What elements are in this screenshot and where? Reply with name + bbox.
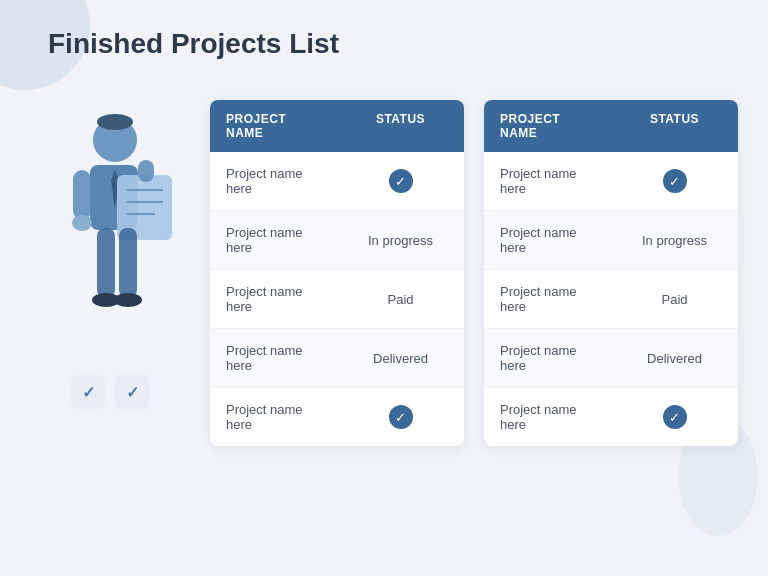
illustration: ✓ ✓ [30,110,190,409]
status-text: Paid [387,292,413,307]
table-row: Project name here In progress [210,211,464,270]
status-check-icon: ✓ [663,169,687,193]
status-cell: ✓ [611,165,738,197]
project-name-cell: Project name here [210,221,337,259]
status-text: Delivered [373,351,428,366]
project-name-cell: Project name here [484,280,611,318]
project-name-cell: Project name here [484,398,611,436]
status-cell: In progress [337,229,464,252]
svg-rect-12 [119,228,137,298]
table-row: Project name here Delivered [484,329,738,388]
svg-point-1 [97,114,133,130]
page-title: Finished Projects List [48,28,339,60]
tables-area: PROJECT NAME STATUS Project name here ✓ … [210,100,738,446]
svg-rect-10 [138,160,154,182]
status-cell: ✓ [611,401,738,433]
left-col-project-name: PROJECT NAME [210,100,337,152]
svg-point-5 [72,215,92,231]
left-table-header: PROJECT NAME STATUS [210,100,464,152]
status-cell: ✓ [337,165,464,197]
status-text: In progress [368,233,433,248]
right-col-status: STATUS [611,100,738,152]
left-col-status: STATUS [337,100,464,152]
left-table-body: Project name here ✓ Project name here In… [210,152,464,446]
status-cell: Delivered [337,347,464,370]
right-table: PROJECT NAME STATUS Project name here ✓ … [484,100,738,446]
status-cell: Paid [337,288,464,311]
table-row: Project name here Delivered [210,329,464,388]
table-row: Project name here ✓ [484,388,738,446]
table-row: Project name here ✓ [210,152,464,211]
status-cell: In progress [611,229,738,252]
status-text: Delivered [647,351,702,366]
project-name-cell: Project name here [210,398,337,436]
project-name-cell: Project name here [484,221,611,259]
svg-point-14 [114,293,142,307]
table-row: Project name here Paid [210,270,464,329]
content-area: ✓ ✓ PROJECT NAME STATUS Project name her… [0,100,768,576]
right-table-header: PROJECT NAME STATUS [484,100,738,152]
right-table-body: Project name here ✓ Project name here In… [484,152,738,446]
table-row: Project name here ✓ [484,152,738,211]
project-name-cell: Project name here [210,280,337,318]
table-row: Project name here In progress [484,211,738,270]
status-cell: ✓ [337,401,464,433]
status-text: Paid [661,292,687,307]
table-row: Project name here ✓ [210,388,464,446]
status-text: In progress [642,233,707,248]
status-check-icon: ✓ [663,405,687,429]
right-col-project-name: PROJECT NAME [484,100,611,152]
left-table: PROJECT NAME STATUS Project name here ✓ … [210,100,464,446]
status-cell: Paid [611,288,738,311]
svg-rect-11 [97,228,115,298]
check-icon-2: ✓ [126,383,139,402]
check-box-2: ✓ [115,375,149,409]
project-name-cell: Project name here [210,339,337,377]
status-check-icon: ✓ [389,169,413,193]
project-name-cell: Project name here [484,339,611,377]
project-name-cell: Project name here [210,162,337,200]
status-cell: Delivered [611,347,738,370]
bottom-checkmarks: ✓ ✓ [71,375,149,409]
check-box-1: ✓ [71,375,105,409]
person-illustration [45,110,175,370]
table-row: Project name here Paid [484,270,738,329]
svg-rect-4 [73,170,91,220]
status-check-icon: ✓ [389,405,413,429]
check-icon-1: ✓ [82,383,95,402]
project-name-cell: Project name here [484,162,611,200]
